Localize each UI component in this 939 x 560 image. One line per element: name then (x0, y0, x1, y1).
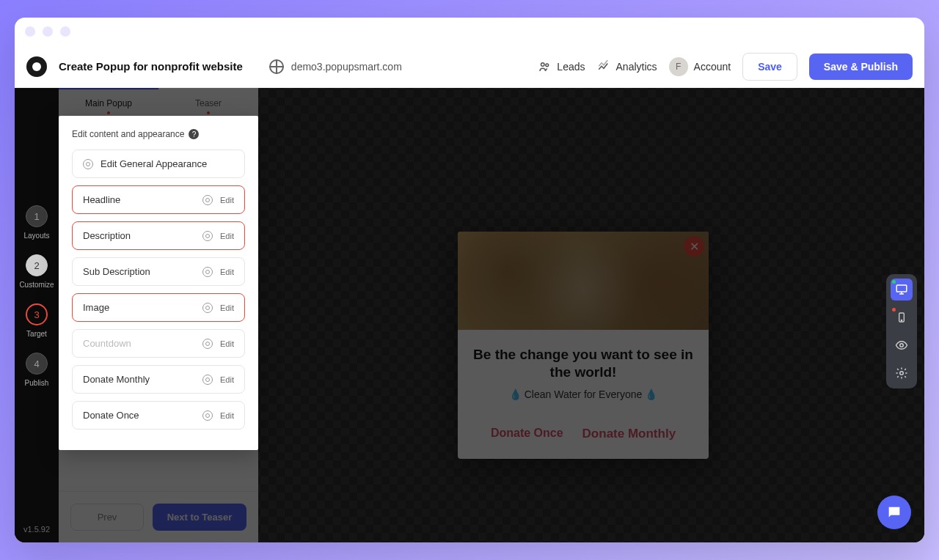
status-dot-icon (892, 308, 896, 312)
edit-link[interactable]: Edit (220, 339, 234, 348)
popup-close-button[interactable]: ✕ (684, 236, 704, 257)
desktop-icon (895, 283, 908, 296)
analytics-icon (597, 60, 610, 73)
main-area: 1 Layouts 2 Customize 3 Target 4 Publish (15, 88, 924, 542)
gear-icon (202, 303, 213, 313)
tab-label: Teaser (195, 98, 222, 108)
desktop-view-button[interactable] (891, 279, 913, 301)
tab-indicator-icon (107, 111, 110, 114)
row-image[interactable]: Image Edit (72, 293, 245, 322)
canvas: ✕ Be the change you want to see in the w… (258, 88, 924, 542)
mobile-view-button[interactable] (891, 306, 913, 328)
gear-icon (202, 339, 213, 349)
donate-once-button[interactable]: Donate Once (491, 427, 563, 441)
edit-link[interactable]: Edit (220, 196, 234, 205)
tab-label: Main Popup (85, 98, 132, 108)
svg-point-7 (900, 372, 904, 375)
nav-analytics[interactable]: Analytics (597, 60, 657, 73)
row-donate-once[interactable]: Donate Once Edit (72, 401, 245, 430)
row-label: Description (83, 230, 195, 241)
page-title: Create Popup for nonprofit website (59, 60, 243, 73)
chat-icon (886, 504, 902, 520)
edit-link[interactable]: Edit (220, 411, 234, 420)
step-number: 1 (26, 205, 48, 227)
edit-link[interactable]: Edit (220, 303, 234, 312)
row-description[interactable]: Description Edit (72, 221, 245, 250)
gear-icon (83, 159, 93, 169)
settings-button[interactable] (891, 362, 913, 384)
row-label: Donate Once (83, 410, 195, 421)
panel-heading: Edit content and appearance ? (72, 129, 245, 139)
save-button[interactable]: Save (742, 53, 797, 81)
step-label: Layouts (23, 232, 49, 240)
svg-point-6 (900, 344, 904, 347)
content-editor-popout: Edit content and appearance ? Edit Gener… (59, 116, 258, 450)
minimize-window-icon[interactable] (43, 26, 53, 37)
row-label: Countdown (83, 338, 195, 349)
topbar: Create Popup for nonprofit website demo3… (15, 45, 924, 88)
step-layouts[interactable]: 1 Layouts (23, 205, 49, 240)
close-icon: ✕ (690, 240, 699, 254)
popup-actions: Donate Once Donate Monthly (472, 427, 694, 446)
nav-account[interactable]: F Account (669, 57, 731, 76)
svg-point-5 (901, 320, 902, 320)
panel-heading-text: Edit content and appearance (72, 129, 184, 139)
close-window-icon[interactable] (25, 26, 35, 37)
gear-icon (202, 267, 213, 277)
site-url: demo3.popupsmart.com (291, 61, 402, 73)
nav-analytics-label: Analytics (616, 61, 657, 73)
step-number: 2 (26, 254, 48, 276)
step-label: Customize (19, 281, 54, 289)
preview-button[interactable] (891, 334, 913, 356)
gear-icon (202, 231, 213, 241)
eye-icon (895, 339, 908, 352)
steps-sidebar: 1 Layouts 2 Customize 3 Target 4 Publish (15, 88, 59, 542)
nav-account-label: Account (694, 61, 731, 73)
app-root: Create Popup for nonprofit website demo3… (15, 45, 924, 542)
globe-icon (269, 59, 284, 74)
chat-support-button[interactable] (877, 495, 911, 529)
row-general-appearance[interactable]: Edit General Appearance (72, 150, 245, 178)
svg-point-0 (541, 62, 545, 66)
edit-link[interactable]: Edit (220, 268, 234, 276)
mobile-icon (896, 312, 907, 323)
popup-preview: ✕ Be the change you want to see in the w… (458, 232, 709, 459)
next-teaser-button[interactable]: Next to Teaser (153, 504, 246, 531)
row-donate-monthly[interactable]: Donate Monthly Edit (72, 365, 245, 394)
status-dot-icon (892, 280, 896, 284)
row-countdown[interactable]: Countdown Edit (72, 329, 245, 358)
tab-indicator-icon (207, 111, 210, 114)
help-icon[interactable]: ? (189, 129, 199, 139)
save-publish-button[interactable]: Save & Publish (809, 54, 913, 80)
edit-link[interactable]: Edit (220, 232, 234, 240)
row-label: Headline (83, 194, 195, 205)
site-url-area[interactable]: demo3.popupsmart.com (269, 59, 402, 74)
popup-image (458, 232, 709, 330)
version-label: v1.5.92 (23, 525, 50, 534)
leads-icon (538, 60, 551, 73)
row-sub-description[interactable]: Sub Description Edit (72, 257, 245, 286)
step-label: Target (26, 330, 47, 338)
nav-leads-label: Leads (557, 61, 585, 73)
gear-icon (202, 410, 213, 421)
prev-button[interactable]: Prev (70, 504, 144, 531)
app-logo-icon[interactable] (26, 56, 47, 77)
step-target[interactable]: 3 Target (26, 303, 48, 338)
window-controls (25, 26, 70, 40)
row-label: Image (83, 302, 195, 313)
maximize-window-icon[interactable] (60, 26, 70, 37)
gear-icon (202, 195, 213, 205)
nav-leads[interactable]: Leads (538, 60, 585, 73)
step-customize[interactable]: 2 Customize (19, 254, 54, 289)
svg-point-1 (546, 63, 549, 66)
step-number: 4 (26, 353, 48, 375)
donate-monthly-button[interactable]: Donate Monthly (582, 427, 676, 441)
step-number: 3 (26, 303, 48, 325)
svg-rect-3 (896, 285, 907, 292)
gear-icon (202, 375, 213, 385)
popup-content: Be the change you want to see in the wor… (458, 330, 709, 459)
row-headline[interactable]: Headline Edit (72, 185, 245, 214)
device-toolbar (886, 274, 917, 388)
step-publish[interactable]: 4 Publish (25, 353, 49, 387)
edit-link[interactable]: Edit (220, 375, 234, 384)
